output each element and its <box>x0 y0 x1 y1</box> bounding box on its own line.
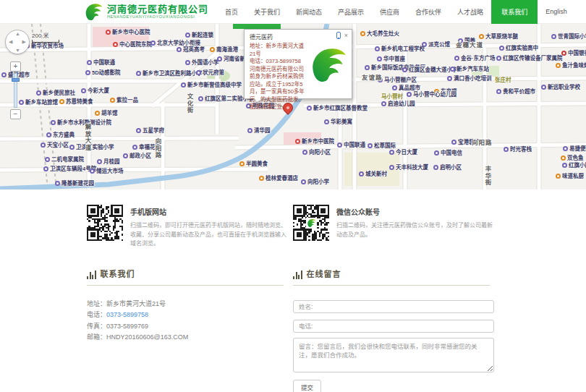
map-poi-label[interactable]: 邮政小区 <box>123 153 151 159</box>
map-poi-label[interactable]: 5D动感影院 <box>85 69 121 76</box>
map-poi-label[interactable]: 五星学府 <box>136 127 164 134</box>
nav-item[interactable]: 供应商 <box>372 0 407 24</box>
pan-down-arrow-icon[interactable]: ▼ <box>15 48 20 53</box>
map-poi-label[interactable]: 新乡市中医院 <box>295 138 334 145</box>
map-poi-label[interactable]: 松萃国际 <box>368 142 396 149</box>
map-poi-label[interactable]: 马小营棚户区 <box>378 77 417 83</box>
map-poi-label[interactable]: 新乡机电工程学校 <box>375 46 425 52</box>
map-poi-label[interactable]: 月桂园 <box>97 158 120 165</box>
contact-value[interactable]: 0373-5899758 <box>106 311 148 318</box>
map-poi-label[interactable]: 中国银行 <box>561 50 586 56</box>
nav-item[interactable]: 关于我们 <box>246 0 288 24</box>
map-poi-label[interactable]: 红旗区传输设备厂家属院 <box>496 55 563 61</box>
map-poi-label[interactable]: 新乡市水利勘测设计院 <box>51 119 111 126</box>
map-poi-label[interactable]: 华中首座 <box>377 56 405 62</box>
zoom-out-button[interactable]: − <box>10 109 21 119</box>
map-poi-label[interactable]: 桂林爱春酒店 <box>259 175 298 182</box>
map-poi-label[interactable]: 向阳小学 <box>301 179 329 185</box>
map-poi-label[interactable]: 向阳小区 <box>302 149 331 155</box>
map-poi-label[interactable]: 今日大厦 <box>389 149 417 155</box>
map-poi-label[interactable]: 世青国际小学 <box>551 33 586 40</box>
nav-item[interactable]: English <box>538 0 575 24</box>
map-poi-label[interactable]: 真品超市 <box>392 85 420 91</box>
map-poi-label[interactable]: 向阳路 <box>154 138 161 159</box>
zoom-slider-track[interactable] <box>14 73 17 108</box>
pan-right-arrow-icon[interactable]: ▶ <box>22 39 26 45</box>
map-poi-label[interactable]: 文化街 <box>186 93 192 114</box>
contact-value[interactable]: HNDY20160606@163.COM <box>106 333 188 341</box>
map-poi-label[interactable]: 新起连锁 <box>185 32 213 38</box>
logo[interactable]: 河南德元医药有限公司 HENANDEYUANYIYAOYOUXIANGONGSI <box>84 2 208 22</box>
map-poi-label[interactable]: 东方盛典 <box>46 132 75 138</box>
map-poi-label[interactable]: 金谷·东方广场 <box>454 55 496 61</box>
map-poi-label[interactable]: 启明小区 <box>433 164 462 171</box>
map-poi-label[interactable]: 张庄村 <box>495 77 511 83</box>
map-poi-label[interactable]: 二机电家属院 <box>45 156 84 163</box>
nav-item[interactable]: 联系我们 <box>491 0 538 24</box>
map-poi-label[interactable]: 胡羊馆 <box>95 110 118 116</box>
zoom-slider-handle[interactable] <box>12 78 20 82</box>
map-poi-label[interactable]: 华彩美寓 <box>324 119 352 125</box>
map-poi-label[interactable]: 状元府第 <box>196 69 224 76</box>
map-poi-label[interactable]: 北京大学幼小衔接 <box>150 40 200 46</box>
map-poi-label[interactable]: 新乡车站旅馆 <box>19 99 58 106</box>
nav-item[interactable]: 产品展示 <box>330 0 372 24</box>
map-poi-label[interactable]: 储运大市场 <box>90 168 124 174</box>
map-poi-label[interactable]: 新华农贸市场 <box>25 43 64 49</box>
map-poi-label[interactable]: 南海渔港 <box>210 46 238 53</box>
contact-value[interactable]: 新乡市黄河大道21号 <box>106 300 166 307</box>
map-poi-label[interactable]: 中国联通 <box>337 142 365 148</box>
map-canvas[interactable]: 新华农贸市场 盛世超市 新乡便民旅社 新乡车站旅馆 苏恩特美食 新乡市中心医院 … <box>0 24 586 189</box>
map-poi-label[interactable]: 易捷便利店 <box>563 145 586 152</box>
map-poi-label[interactable]: 启迪幼儿园 <box>381 101 415 107</box>
map-poi-label[interactable]: 中心医院东院 <box>113 41 152 48</box>
map-poi-label[interactable]: 半圆美食 <box>239 161 268 167</box>
pan-left-arrow-icon[interactable]: ◀ <box>9 39 12 45</box>
map-poi-label[interactable]: 解放大道 <box>84 124 90 151</box>
map-poi-label[interactable]: 新乡市卫滨区胜利路小学 <box>136 70 203 77</box>
nav-item[interactable]: 合作伙伴 <box>407 0 449 24</box>
name-input[interactable] <box>293 300 494 313</box>
map-poi-label[interactable]: 隆基新建花园 <box>55 180 94 187</box>
map-poi-label[interactable]: 冠英高考 <box>177 46 205 53</box>
map-poi-label[interactable]: 外国语小学 <box>185 59 219 66</box>
map-pan-control[interactable]: ▲ ▼ ◀ ▶ <box>5 30 30 54</box>
map-poi-label[interactable]: 红旗实验高中 <box>499 45 538 51</box>
pan-up-arrow-icon[interactable]: ▲ <box>15 31 20 36</box>
map-poi-label[interactable]: 新乡市新誉佳高级中学 <box>181 82 242 88</box>
popup-mobile-icon[interactable] <box>336 32 341 39</box>
map-poi-label[interactable]: 新远职业学校 <box>541 84 580 90</box>
map-poi-label[interactable]: 大毛养生灶火 <box>360 30 399 37</box>
map-poi-label[interactable]: 卫滨区实验小学 <box>69 144 114 150</box>
zoom-in-button[interactable]: + <box>10 61 21 72</box>
map-poi-label[interactable]: 马小营中心幼儿园 <box>407 91 457 98</box>
nav-item[interactable]: 新闻动态 <box>288 0 330 24</box>
map-poi-label[interactable]: 丰华街 <box>484 166 491 187</box>
map-poi-label[interactable]: 天丰科技大厦 <box>389 164 428 171</box>
map-poi-label[interactable]: 时光客栈 <box>504 146 532 153</box>
map-poi-label[interactable]: 贵和平价超市 <box>496 88 535 95</box>
map-poi-label[interactable]: 马小营村 <box>381 93 403 100</box>
map-poi-label[interactable]: 紫拉一品 <box>110 97 138 103</box>
map-poi-label[interactable]: 大草原烧羊腿 <box>479 33 518 40</box>
map-poi-label[interactable]: 天宝小区 <box>41 142 69 148</box>
map-poi-label[interactable]: 友谊路 <box>362 74 383 81</box>
map-poi-label[interactable]: 满口香小吃培训 <box>447 75 492 82</box>
map-poi-label[interactable]: 鱼汁鱼味烤鱼火锅 <box>556 62 586 69</box>
map-poi-label[interactable]: 新乡便民旅社 <box>36 90 75 96</box>
map-poi-label[interactable]: 今彩大厦 <box>81 88 109 94</box>
map-poi-label[interactable]: 中国联通 <box>87 59 115 66</box>
submit-button[interactable]: 提交 <box>293 380 321 392</box>
map-poi-label[interactable]: 新乡汽车东站 <box>450 66 489 72</box>
map-poi-label[interactable]: 红旗小区 <box>562 162 586 169</box>
map-poi-label[interactable]: 向阳路 <box>472 140 493 146</box>
nav-item[interactable]: 人才战略 <box>449 0 491 24</box>
map-poi-label[interactable]: 派克公馆 <box>422 41 450 48</box>
map-poi-label[interactable]: 新乡市中心医院 <box>106 29 150 35</box>
phone-input[interactable] <box>293 320 494 333</box>
nav-item[interactable]: 首页 <box>217 0 246 24</box>
map-poi-label[interactable]: 金穗大道 <box>456 42 483 48</box>
map-poi-label[interactable]: 清华园 <box>247 127 271 134</box>
contact-value[interactable]: 0373-5899769 <box>106 323 148 330</box>
map-poi-label[interactable]: 卫滨区车辆段4号院 <box>43 166 96 172</box>
